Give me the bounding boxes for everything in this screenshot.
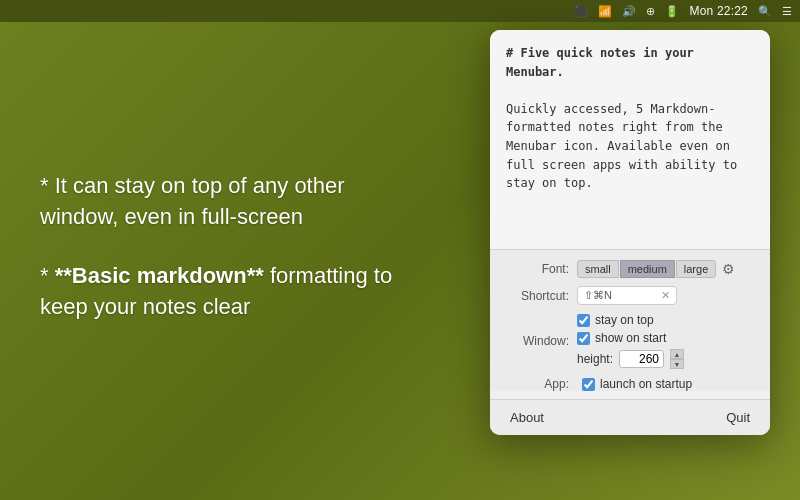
window-row: Window: stay on top show on start height… bbox=[504, 313, 756, 369]
feature-list: * It can stay on top of any other window… bbox=[40, 171, 420, 350]
feature-item-2: * **Basic markdown** formatting to keep … bbox=[40, 261, 420, 323]
feature-1-text: * It can stay on top of any other window… bbox=[40, 173, 345, 229]
gear-button[interactable]: ⚙ bbox=[722, 261, 735, 277]
height-stepper: ▲ ▼ bbox=[670, 349, 684, 369]
app-icon: ⊕ bbox=[646, 5, 655, 18]
font-label: Font: bbox=[504, 262, 569, 276]
shortcut-clear-button[interactable]: ✕ bbox=[661, 289, 670, 302]
note-heading: # Five quick notes in your Menubar. bbox=[506, 46, 694, 79]
font-row: Font: small medium large ⚙ bbox=[504, 260, 756, 278]
menubar-time: Mon 22:22 bbox=[689, 4, 748, 18]
stay-on-top-row: stay on top bbox=[577, 313, 684, 327]
launch-on-startup-label: launch on startup bbox=[600, 377, 692, 391]
shortcut-label: Shortcut: bbox=[504, 289, 569, 303]
note-area[interactable]: # Five quick notes in your Menubar. Quic… bbox=[490, 30, 770, 250]
quit-button[interactable]: Quit bbox=[720, 408, 756, 427]
search-icon[interactable]: 🔍 bbox=[758, 5, 772, 18]
height-increment-button[interactable]: ▲ bbox=[670, 349, 684, 359]
height-decrement-button[interactable]: ▼ bbox=[670, 359, 684, 369]
footer: About Quit bbox=[490, 399, 770, 435]
feature-item-1: * It can stay on top of any other window… bbox=[40, 171, 420, 233]
font-buttons: small medium large bbox=[577, 260, 716, 278]
shortcut-field[interactable]: ⇧⌘N ✕ bbox=[577, 286, 677, 305]
menubar: ⬛ 📶 🔊 ⊕ 🔋 Mon 22:22 🔍 ☰ bbox=[0, 0, 800, 22]
note-text: # Five quick notes in your Menubar. Quic… bbox=[506, 44, 754, 193]
launch-on-startup-checkbox[interactable] bbox=[582, 378, 595, 391]
app-row: App: launch on startup bbox=[504, 377, 756, 391]
menu-icon[interactable]: ☰ bbox=[782, 5, 792, 18]
wifi-icon: 📶 bbox=[598, 5, 612, 18]
show-on-start-label: show on start bbox=[595, 331, 666, 345]
font-large-button[interactable]: large bbox=[676, 260, 716, 278]
shortcut-row: Shortcut: ⇧⌘N ✕ bbox=[504, 286, 756, 305]
stay-on-top-checkbox[interactable] bbox=[577, 314, 590, 327]
window-options: stay on top show on start height: ▲ ▼ bbox=[577, 313, 684, 369]
height-row: height: ▲ ▼ bbox=[577, 349, 684, 369]
shortcut-value: ⇧⌘N bbox=[584, 289, 612, 302]
stay-on-top-label: stay on top bbox=[595, 313, 654, 327]
volume-icon: 🔊 bbox=[622, 5, 636, 18]
height-label: height: bbox=[577, 352, 613, 366]
feature-2-text: * **Basic markdown** formatting to keep … bbox=[40, 263, 392, 319]
font-medium-button[interactable]: medium bbox=[620, 260, 675, 278]
show-on-start-row: show on start bbox=[577, 331, 684, 345]
note-body: Quickly accessed, 5 Markdown-formatted n… bbox=[506, 102, 737, 190]
height-input[interactable] bbox=[619, 350, 664, 368]
font-small-button[interactable]: small bbox=[577, 260, 619, 278]
monitor-icon: ⬛ bbox=[574, 5, 588, 18]
popup-panel: # Five quick notes in your Menubar. Quic… bbox=[490, 30, 770, 435]
show-on-start-checkbox[interactable] bbox=[577, 332, 590, 345]
settings-area: Font: small medium large ⚙ Shortcut: ⇧⌘N… bbox=[490, 250, 770, 391]
battery-icon: 🔋 bbox=[665, 5, 679, 18]
about-button[interactable]: About bbox=[504, 408, 550, 427]
window-label: Window: bbox=[504, 334, 569, 348]
app-label: App: bbox=[504, 377, 569, 391]
